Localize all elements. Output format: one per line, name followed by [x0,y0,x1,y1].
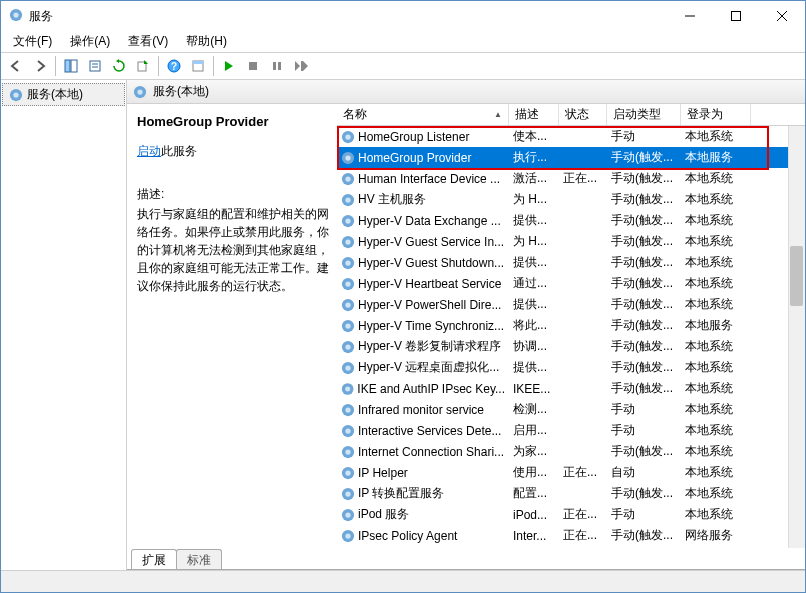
properties-dialog-button[interactable] [187,55,209,77]
service-name: Hyper-V Data Exchange ... [358,214,501,228]
svg-point-35 [345,239,350,244]
svg-rect-17 [273,62,276,70]
service-row[interactable]: HomeGroup Listener使本...手动本地系统 [337,126,805,147]
service-name: IP Helper [358,466,408,480]
selected-service-name: HomeGroup Provider [137,114,329,129]
service-name: iPod 服务 [358,506,409,523]
svg-rect-6 [65,60,70,72]
scrollbar[interactable] [788,126,805,548]
maximize-button[interactable] [713,1,759,31]
service-row[interactable]: Hyper-V Time Synchroniz...将此...手动(触发...本… [337,315,805,336]
svg-point-57 [345,470,350,475]
service-startup: 手动(触发... [607,275,681,292]
menu-action[interactable]: 操作(A) [62,31,118,52]
service-row[interactable]: IPsec Policy AgentInter...正在...手动(触发...网… [337,525,805,546]
close-button[interactable] [759,1,805,31]
service-row[interactable]: Infrared monitor service检测...手动本地系统 [337,399,805,420]
service-desc: 检测... [509,401,559,418]
service-name: Hyper-V 远程桌面虚拟化... [358,359,499,376]
service-name: HomeGroup Listener [358,130,469,144]
col-description[interactable]: 描述 [509,104,559,125]
export-button[interactable] [132,55,154,77]
service-row[interactable]: Hyper-V PowerShell Dire...提供...手动(触发...本… [337,294,805,315]
back-button[interactable] [5,55,27,77]
svg-point-25 [345,134,350,139]
svg-point-39 [345,281,350,286]
service-desc: 使本... [509,128,559,145]
gear-icon [341,319,355,333]
tree-node-services-local[interactable]: 服务(本地) [2,83,125,106]
service-row[interactable]: IKE and AuthIP IPsec Key...IKEE...手动(触发.… [337,378,805,399]
minimize-button[interactable] [667,1,713,31]
help-button[interactable]: ? [163,55,185,77]
start-suffix: 此服务 [161,144,197,158]
gear-icon [341,445,355,459]
gear-icon [9,88,23,102]
navigation-tree[interactable]: 服务(本地) [1,80,127,570]
service-startup: 手动(触发... [607,296,681,313]
description-text: 执行与家庭组的配置和维护相关的网络任务。如果停止或禁用此服务，你的计算机将无法检… [137,205,329,295]
service-desc: 提供... [509,296,559,313]
start-service-button[interactable] [218,55,240,77]
service-startup: 手动(触发... [607,443,681,460]
restart-service-button[interactable] [290,55,312,77]
service-row[interactable]: Hyper-V Guest Shutdown...提供...手动(触发...本地… [337,252,805,273]
refresh-button[interactable] [108,55,130,77]
service-desc: 提供... [509,359,559,376]
window-title: 服务 [29,8,667,25]
svg-rect-15 [193,61,203,64]
service-row[interactable]: iPod 服务iPod...正在...手动本地系统 [337,504,805,525]
service-desc: Inter... [509,529,559,543]
service-row[interactable]: Hyper-V 远程桌面虚拟化...提供...手动(触发...本地系统 [337,357,805,378]
pause-service-button[interactable] [266,55,288,77]
service-logon: 本地系统 [681,380,751,397]
service-startup: 手动(触发... [607,254,681,271]
stop-service-button[interactable] [242,55,264,77]
properties-button[interactable] [84,55,106,77]
svg-point-49 [345,386,350,391]
service-row[interactable]: IP 转换配置服务配置...手动(触发...本地系统 [337,483,805,504]
service-row[interactable]: HomeGroup Provider执行...手动(触发...本地服务 [337,147,805,168]
forward-button[interactable] [29,55,51,77]
col-status[interactable]: 状态 [559,104,607,125]
service-startup: 手动 [607,506,681,523]
tab-extended[interactable]: 扩展 [131,549,177,570]
gear-icon [341,130,355,144]
service-logon: 本地系统 [681,296,751,313]
app-icon [9,8,23,25]
service-row[interactable]: Human Interface Device ...激活...正在...手动(触… [337,168,805,189]
service-startup: 手动(触发... [607,359,681,376]
service-name: Hyper-V Time Synchroniz... [358,319,504,333]
col-startup-type[interactable]: 启动类型 [607,104,681,125]
service-logon: 网络服务 [681,527,751,544]
show-hide-tree-button[interactable] [60,55,82,77]
service-status: 正在... [559,464,607,481]
service-startup: 手动(触发... [607,149,681,166]
service-status: 正在... [559,527,607,544]
service-logon: 本地系统 [681,464,751,481]
service-logon: 本地服务 [681,317,751,334]
service-row[interactable]: Internet Connection Shari...为家...手动(触发..… [337,441,805,462]
menu-help[interactable]: 帮助(H) [178,31,235,52]
service-row[interactable]: Hyper-V Heartbeat Service通过...手动(触发...本地… [337,273,805,294]
service-name: IP 转换配置服务 [358,485,444,502]
service-desc: 将此... [509,317,559,334]
svg-point-21 [13,92,18,97]
service-desc: 通过... [509,275,559,292]
service-desc: 为 H... [509,191,559,208]
service-row[interactable]: Interactive Services Dete...启用...手动本地系统 [337,420,805,441]
menu-file[interactable]: 文件(F) [5,31,60,52]
service-logon: 本地系统 [681,338,751,355]
start-service-link[interactable]: 启动 [137,144,161,158]
service-row[interactable]: Hyper-V Guest Service In...为 H...手动(触发..… [337,231,805,252]
service-row[interactable]: Hyper-V 卷影复制请求程序协调...手动(触发...本地系统 [337,336,805,357]
col-logon-as[interactable]: 登录为 [681,104,751,125]
service-row[interactable]: HV 主机服务为 H...手动(触发...本地系统 [337,189,805,210]
col-name[interactable]: 名称▲ [337,104,509,125]
svg-point-27 [345,155,350,160]
svg-point-47 [345,365,350,370]
service-row[interactable]: IP Helper使用...正在...自动本地系统 [337,462,805,483]
menu-view[interactable]: 查看(V) [120,31,176,52]
service-row[interactable]: Hyper-V Data Exchange ...提供...手动(触发...本地… [337,210,805,231]
tab-standard[interactable]: 标准 [176,549,222,570]
